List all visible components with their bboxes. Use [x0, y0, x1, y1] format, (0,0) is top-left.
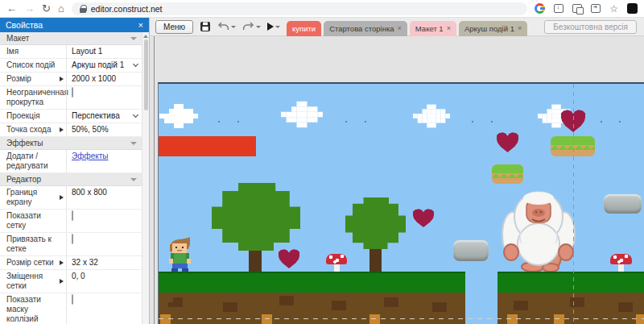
- preview-caret-icon[interactable]: [275, 26, 280, 28]
- checkbox[interactable]: [72, 210, 73, 221]
- tab-close-icon[interactable]: ×: [518, 24, 522, 32]
- sky-dot: [619, 121, 621, 123]
- collapse-icon[interactable]: [130, 142, 137, 145]
- bookmark-star-icon[interactable]: ☆: [609, 4, 618, 14]
- translate-icon[interactable]: [572, 4, 582, 13]
- browser-reload-button[interactable]: ↻: [42, 3, 51, 14]
- yeti-sprite[interactable]: [497, 186, 580, 272]
- screen-border-guide-vertical: [573, 84, 574, 324]
- sky-dot: [345, 121, 347, 123]
- chevron-down-icon[interactable]: [133, 61, 138, 67]
- heart-sprite[interactable]: [497, 132, 518, 152]
- panel-scrollbar[interactable]: [142, 32, 149, 324]
- tab-event-sheet-1[interactable]: Аркуш подій 1×: [459, 21, 527, 36]
- screen-border-guide-horizontal: [159, 318, 644, 319]
- property-row-name[interactable]: ІмяLayout 1: [0, 45, 142, 59]
- collapse-icon[interactable]: [130, 37, 137, 40]
- share-icon[interactable]: [591, 4, 601, 13]
- expand-icon[interactable]: [60, 127, 64, 132]
- property-row-grid-offset[interactable]: Зміщення сетки0, 0: [0, 270, 142, 293]
- scroll-up-arrow-icon[interactable]: [143, 35, 148, 38]
- undo-caret-icon[interactable]: [231, 26, 236, 28]
- profile-avatar[interactable]: [627, 3, 638, 14]
- property-row-collision-mask[interactable]: Показати маску коллізий: [0, 293, 142, 324]
- expand-icon[interactable]: [60, 279, 64, 284]
- section-layout[interactable]: Макет: [0, 32, 142, 45]
- property-row-event-sheet[interactable]: Список подійАркуш подій 1: [0, 59, 142, 73]
- checkbox[interactable]: [72, 294, 73, 305]
- ground-tile[interactable]: [497, 272, 644, 324]
- tab-buy[interactable]: купити: [287, 21, 321, 36]
- layout-canvas[interactable]: [150, 36, 644, 324]
- redo-caret-icon[interactable]: [256, 26, 261, 28]
- redo-icon: [242, 22, 254, 31]
- scrollbar-thumb[interactable]: [144, 39, 148, 110]
- property-row-add-effects[interactable]: Додати / редагуватиЭффекты: [0, 150, 142, 173]
- tree-sprite[interactable]: [345, 197, 406, 249]
- property-row-unbounded-scrolling[interactable]: Неограниченная прокрутка: [0, 86, 142, 110]
- tab-start-page[interactable]: Стартова сторінка×: [324, 21, 407, 36]
- property-row-vanishing-point[interactable]: Точка схода50%, 50%: [0, 123, 142, 137]
- google-icon[interactable]: [535, 3, 545, 14]
- metal-platform-sprite[interactable]: [453, 240, 489, 261]
- tab-close-icon[interactable]: ×: [447, 24, 451, 32]
- panel-splitter[interactable]: [154, 36, 155, 324]
- chevron-down-icon[interactable]: [133, 112, 138, 118]
- collapse-icon[interactable]: [130, 178, 137, 181]
- sky-dot: [601, 121, 602, 123]
- heart-sprite[interactable]: [413, 209, 434, 227]
- save-button[interactable]: [200, 21, 211, 32]
- properties-panel-header: Свойства ×: [0, 18, 149, 32]
- browser-forward-button[interactable]: →: [24, 3, 35, 14]
- lock-icon: [80, 5, 86, 13]
- checkbox[interactable]: [72, 234, 73, 244]
- properties-panel: Свойства × Макет ІмяLayout 1 Список поді…: [0, 18, 150, 324]
- property-row-projection[interactable]: ПроекціяПерспектива: [0, 110, 142, 123]
- free-version-badge[interactable]: Безкоштовна версія: [544, 20, 637, 34]
- construct-editor-window: ← → ↻ ⌂ editor.construct.net ☆ Свойства …: [0, 0, 644, 324]
- tree-sprite[interactable]: [212, 183, 300, 251]
- undo-button[interactable]: [217, 22, 236, 31]
- expand-icon[interactable]: [60, 260, 64, 265]
- cloud-sprite[interactable]: [413, 105, 450, 128]
- properties-rows: Макет ІмяLayout 1 Список подійАркуш поді…: [0, 32, 142, 324]
- preview-button[interactable]: [267, 23, 280, 31]
- metal-platform-sprite[interactable]: [604, 194, 642, 214]
- property-row-grid-size[interactable]: Розмір сетки32 x 32: [0, 256, 142, 270]
- section-editor[interactable]: Редактор: [0, 173, 142, 186]
- ground-tile[interactable]: [159, 272, 465, 324]
- redo-button[interactable]: [242, 22, 261, 31]
- red-platform-sprite[interactable]: [159, 136, 256, 156]
- sky-dot: [365, 121, 366, 123]
- browser-back-button[interactable]: ←: [6, 3, 17, 14]
- browser-toolbar: ← → ↻ ⌂ editor.construct.net ☆: [0, 0, 644, 18]
- section-effects[interactable]: Эффекты: [0, 137, 142, 150]
- panel-close-icon[interactable]: ×: [138, 20, 143, 30]
- expand-icon[interactable]: [60, 77, 64, 81]
- grass-platform-sprite[interactable]: [492, 164, 523, 184]
- address-bar[interactable]: editor.construct.net: [72, 2, 527, 15]
- checkbox[interactable]: [72, 87, 73, 98]
- cloud-sprite[interactable]: [281, 102, 323, 127]
- layout-view[interactable]: [158, 82, 644, 324]
- property-row-show-grid[interactable]: Показати сетку: [0, 210, 142, 233]
- property-row-size[interactable]: Розмір2000 x 1000: [0, 73, 142, 86]
- property-row-screen-border[interactable]: Границя екрану800 x 800: [0, 186, 142, 210]
- mushroom-sprite[interactable]: [610, 254, 632, 272]
- menu-button[interactable]: Меню: [155, 20, 193, 34]
- heart-sprite[interactable]: [279, 249, 299, 268]
- mushroom-sprite[interactable]: [326, 254, 347, 272]
- player-sprite[interactable]: [167, 237, 192, 272]
- install-app-icon[interactable]: [554, 4, 564, 13]
- main-toolbar: Меню купити Стартова сторінка× Макет 1× …: [150, 18, 644, 36]
- properties-panel-title: Свойства: [6, 20, 43, 30]
- property-row-snap-to-grid[interactable]: Привязать к сетке: [0, 233, 142, 256]
- cloud-sprite[interactable]: [159, 104, 198, 128]
- tab-layout-1[interactable]: Макет 1×: [410, 21, 456, 36]
- expand-icon[interactable]: [60, 195, 64, 200]
- browser-home-button[interactable]: ⌂: [58, 3, 64, 14]
- document-tabs: купити Стартова сторінка× Макет 1× Аркуш…: [287, 18, 527, 36]
- effects-link[interactable]: Эффекты: [72, 152, 108, 160]
- tab-close-icon[interactable]: ×: [398, 24, 402, 32]
- editor-workspace: Меню купити Стартова сторінка× Макет 1× …: [150, 18, 644, 324]
